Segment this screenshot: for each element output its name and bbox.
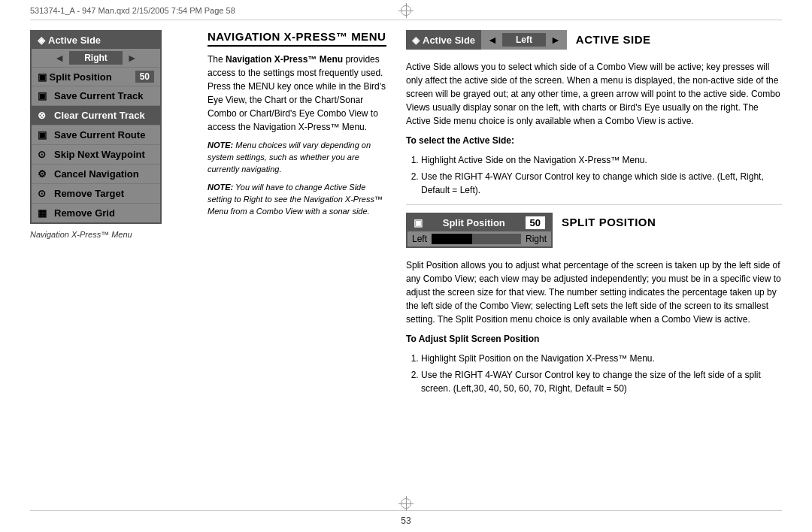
active-side-left-arrow[interactable]: ◄ [487,34,498,46]
menu-title-bar: ◈ Active Side [32,32,160,49]
remove-target-label: Remove Target [54,188,124,199]
note1: NOTE: Menu choices will vary depending o… [208,140,386,176]
skip-waypoint-label: Skip Next Waypoint [54,149,145,160]
remove-target-item[interactable]: ⊙ Remove Target [32,183,160,203]
left-column: ◈ Active Side ◄ Right ► ▣ Split Position… [30,30,195,498]
split-pos-bar [432,234,521,244]
main-content: ◈ Active Side ◄ Right ► ▣ Split Position… [30,30,782,498]
split-position-menu-item[interactable]: ▣ Split Position 50 [32,67,160,86]
remove-target-icon: ⊙ [38,188,50,199]
to-select-label: To select the Active Side: [406,134,782,147]
split-pos-bar-inner [432,234,472,244]
split-position-label: ▣ Split Position [38,71,112,83]
active-side-body: Active Side allows you to select which s… [406,60,782,128]
page-footer: 53 [30,510,782,526]
split-pos-step-1: Highlight Split Position on the Navigati… [421,352,782,365]
bottom-crosshair [398,496,414,511]
page-header: 531374-1_A - 947 Man.qxd 2/15/2005 7:54 … [30,6,782,20]
page-number: 53 [401,515,411,526]
clear-track-label: Clear Current Track [54,110,145,121]
menu-nav-row: ◄ Right ► [32,49,160,67]
split-position-value: 50 [135,71,154,83]
remove-grid-item[interactable]: ▦ Remove Grid [32,203,160,222]
nav-current-value: Right [69,51,123,65]
skip-next-waypoint-item[interactable]: ⊙ Skip Next Waypoint [32,144,160,164]
save-route-label: Save Current Route [54,129,145,141]
note1-label: NOTE: [208,141,233,150]
split-position-steps: Highlight Split Position on the Navigati… [406,352,782,395]
note2: NOTE: You will have to change Active Sid… [208,182,386,218]
active-side-widget-value: ◄ Left ► [481,30,567,50]
nav-right-arrow[interactable]: ► [127,52,138,64]
active-side-step-1: Highlight Active Side on the Navigation … [421,153,782,167]
split-pos-title-row: ▣ Split Position 50 [408,214,551,231]
crosshair-top [398,3,414,18]
middle-column: NAVIGATION X-PRESS™ MENU The Navigation … [195,30,398,498]
active-side-icon: ◈ [412,35,420,46]
nav-xpress-section-title: NAVIGATION X-PRESS™ MENU [208,30,386,47]
active-side-step-2: Use the RIGHT 4-WAY Cursor Control key t… [421,170,782,197]
menu-caption: Navigation X-Press™ Menu [30,230,195,239]
split-pos-left-label: Left [412,234,427,244]
active-side-widget: ◈ Active Side ◄ Left ► [406,30,567,54]
skip-waypoint-icon: ⊙ [38,149,50,160]
remove-grid-label: Remove Grid [54,207,115,219]
active-side-current-value: Left [502,33,546,47]
split-position-body: Split Position allows you to adjust what… [406,258,782,326]
split-pos-widget-title: Split Position [443,217,505,228]
cancel-nav-label: Cancel Navigation [54,168,139,180]
note2-text: You will have to change Active Side sett… [208,183,383,216]
clear-track-icon: ⊗ [38,110,50,121]
remove-grid-icon: ▦ [38,207,50,219]
active-side-title: Active Side [423,35,475,46]
split-pos-step-2: Use the RIGHT 4-WAY Cursor Control key t… [421,368,782,395]
nav-xpress-body: The Navigation X-Press™ Menu provides ac… [208,53,386,134]
menu-title-icon: ◈ [38,35,45,46]
split-position-section-header: ▣ Split Position 50 Left Right SPLIT POS… [406,213,782,252]
navigation-xpress-menu-widget: ◈ Active Side ◄ Right ► ▣ Split Position… [30,30,162,224]
split-pos-widget-box: ▣ Split Position 50 Left Right [406,213,553,248]
save-track-icon: ▣ [38,90,50,101]
save-current-route-item[interactable]: ▣ Save Current Route [32,125,160,144]
save-track-label: Save Current Track [54,90,144,101]
active-side-section-header: ◈ Active Side ◄ Left ► ACTIVE SIDE [406,30,782,54]
split-position-widget: ▣ Split Position 50 Left Right [406,213,553,252]
active-side-widget-row: ◈ Active Side ◄ Left ► [406,30,567,50]
to-adjust-label: To Adjust Split Screen Position [406,332,782,346]
split-pos-right-label: Right [526,234,547,244]
save-current-track-item[interactable]: ▣ Save Current Track [32,86,160,105]
save-route-icon: ▣ [38,129,50,141]
active-side-right-arrow[interactable]: ► [550,34,561,46]
active-side-section-title: ACTIVE SIDE [576,30,651,46]
crosshair-bottom [398,496,414,511]
split-pos-widget-icon: ▣ [414,217,423,228]
right-column: ◈ Active Side ◄ Left ► ACTIVE SIDE Activ… [398,30,782,498]
clear-current-track-item[interactable]: ⊗ Clear Current Track [32,105,160,125]
cancel-navigation-item[interactable]: ⚙ Cancel Navigation [32,164,160,183]
note2-label: NOTE: [208,183,233,192]
split-position-section-title: SPLIT POSITION [562,213,656,228]
active-side-widget-label: ◈ Active Side [406,30,481,50]
split-pos-widget-value: 50 [526,216,545,229]
split-pos-bar-row: Left Right [408,231,551,246]
menu-title-label: Active Side [48,35,101,46]
cancel-nav-icon: ⚙ [38,168,50,180]
section-divider [406,204,782,205]
header-crosshair [398,3,414,18]
nav-left-arrow[interactable]: ◄ [54,52,65,64]
active-side-steps: Highlight Active Side on the Navigation … [406,153,782,197]
